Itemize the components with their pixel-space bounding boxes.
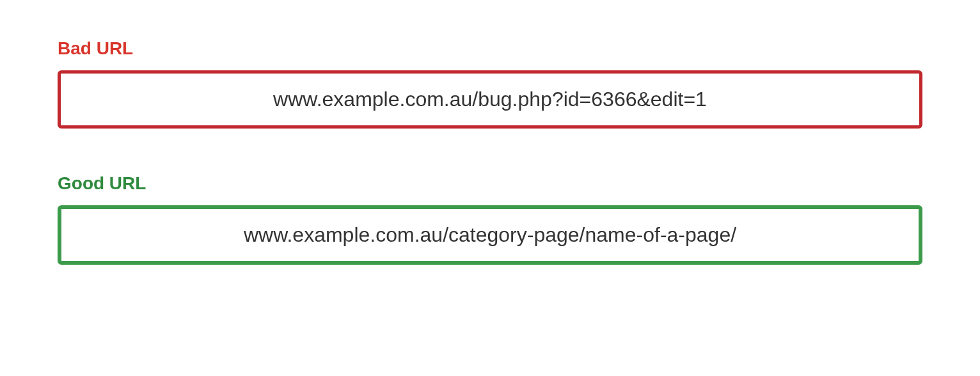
good-url-text: www.example.com.au/category-page/name-of…	[244, 223, 736, 246]
good-url-label: Good URL	[58, 173, 922, 194]
good-url-section: Good URL www.example.com.au/category-pag…	[58, 173, 922, 265]
bad-url-section: Bad URL www.example.com.au/bug.php?id=63…	[58, 38, 922, 129]
bad-url-text: www.example.com.au/bug.php?id=6366&edit=…	[273, 88, 707, 111]
bad-url-box: www.example.com.au/bug.php?id=6366&edit=…	[58, 70, 922, 129]
bad-url-label: Bad URL	[58, 38, 922, 59]
good-url-box: www.example.com.au/category-page/name-of…	[58, 205, 922, 265]
